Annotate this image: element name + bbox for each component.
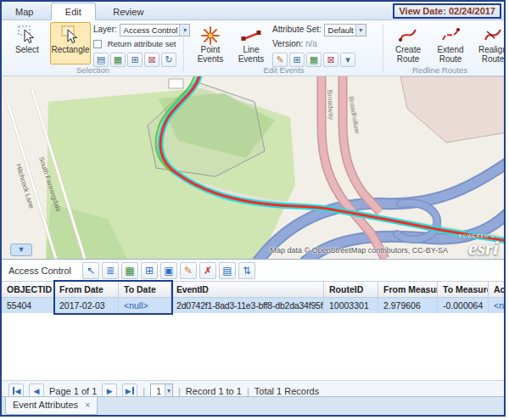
cell-from-measure: 2.979606 <box>378 298 438 313</box>
column-header-objectid[interactable]: OBJECTID <box>2 282 54 297</box>
create-route-icon <box>389 23 427 45</box>
extend-route-icon <box>432 23 469 45</box>
attribute-set-select[interactable]: Default ▾ <box>324 24 366 36</box>
realign-route-button[interactable]: Realign Route <box>473 22 506 64</box>
table-row[interactable]: 55404 2017-02-03 <null> 2d0742f1-8ad3-11… <box>2 298 504 313</box>
view-date-label: View Date: <box>399 6 445 16</box>
realign-route-label: Realign <box>474 45 506 54</box>
return-attribute-set-label: Return attribute set <box>108 39 176 48</box>
total-records: Total 1 Records <box>255 386 319 396</box>
point-events-icon <box>192 23 229 45</box>
edit-events-group: Point Events Line Events Attribute Set: <box>184 20 383 76</box>
line-events-label: Line <box>234 45 268 54</box>
point-events-button[interactable]: Point Events <box>191 22 230 64</box>
column-header-access[interactable]: Ac <box>489 282 506 297</box>
rectangle-select-label: Rectangle <box>51 45 90 54</box>
table-toolbar: Access Control ↖ ≣ ▦ ⊞ ▣ ✎ ✗ ▤ ⇅ <box>2 260 504 281</box>
map-attribution: Map data © OpenStreetMap contributors, C… <box>271 246 448 255</box>
layer-select[interactable]: Access Control ▾ <box>120 24 191 36</box>
column-header-to-date[interactable]: To Date <box>119 282 171 297</box>
point-events-label2: Events <box>192 54 229 64</box>
column-header-eventid[interactable]: EventID <box>171 282 324 297</box>
selection-group: Select Rectangle Layer: Access Control ▾ <box>2 20 184 76</box>
separator: | <box>178 386 181 396</box>
collapse-arrow-icon: ▼ <box>18 245 25 254</box>
select-records-icon[interactable]: ↖ <box>82 262 99 279</box>
rectangle-select-icon <box>51 23 90 45</box>
cell-from-date: 2017-02-03 <box>54 298 119 313</box>
redline-routes-group: Create Route Extend Route <box>383 20 506 76</box>
extend-route-label2: Route <box>432 54 469 64</box>
select-tool-button[interactable]: Select <box>7 22 48 64</box>
redline-routes-group-label: Redline Routes <box>383 65 506 75</box>
line-events-label2: Events <box>234 54 268 64</box>
column-header-from-measure[interactable]: From Measure <box>378 282 438 297</box>
extend-route-button[interactable]: Extend Route <box>431 22 470 64</box>
esri-wordmark: esri <box>468 237 499 259</box>
bottom-tab-bar: Event Attributes× <box>2 396 504 415</box>
version-value: n/a <box>305 39 317 48</box>
create-route-label2: Route <box>389 54 427 64</box>
delete-record-icon[interactable]: ✗ <box>199 262 216 279</box>
cell-eventid: 2d0742f1-8ad3-11e3-bff8-db2da34f95fe <box>171 298 324 313</box>
road-shield <box>169 79 183 88</box>
create-route-label: Create <box>389 45 427 54</box>
edit-events-group-label: Edit Events <box>184 65 383 75</box>
ribbon: Select Rectangle Layer: Access Control ▾ <box>2 20 504 76</box>
column-header-from-date[interactable]: From Date <box>54 282 119 297</box>
chevron-down-icon: ▾ <box>355 25 366 36</box>
select-tool-label: Select <box>8 45 47 54</box>
cell-objectid: 55404 <box>2 298 54 313</box>
esri-logo: POWERED BY esri <box>459 233 499 258</box>
attribute-table-panel: Access Control ↖ ≣ ▦ ⊞ ▣ ✎ ✗ ▤ ⇅ OBJECTI… <box>2 259 504 400</box>
attribute-list-icon[interactable]: ≣ <box>102 262 119 279</box>
event-attributes-label: Event Attributes <box>13 400 78 410</box>
selection-group-label: Selection <box>2 65 184 75</box>
ribbon-tab-bar: Map Edit Review View Date: 02/24/2017 <box>2 2 504 20</box>
close-icon[interactable]: × <box>85 400 90 410</box>
version-label: Version: <box>272 39 303 48</box>
map-container: Hitchcock Lane South Farmingdale Broadwa… <box>2 76 504 259</box>
separator: | <box>247 386 249 396</box>
line-events-button[interactable]: Line Events <box>233 22 269 64</box>
rectangle-select-button[interactable]: Rectangle <box>50 22 91 64</box>
column-header-to-measure[interactable]: To Measure <box>438 282 489 297</box>
cell-routeid: 10003301 <box>324 298 378 313</box>
separator: | <box>143 386 145 396</box>
tab-map[interactable]: Map <box>2 3 47 21</box>
tab-event-attributes[interactable]: Event Attributes× <box>5 397 98 415</box>
event-editor-app: Map Edit Review View Date: 02/24/2017 Se… <box>0 0 506 417</box>
table-header-row: OBJECTID From Date To Date EventID Route… <box>2 281 504 298</box>
tab-review[interactable]: Review <box>99 3 157 21</box>
related-records-icon[interactable]: ▤ <box>219 262 236 279</box>
return-attribute-set-checkbox[interactable] <box>93 40 102 48</box>
edit-record-icon[interactable]: ✎ <box>180 262 197 279</box>
line-events-icon <box>234 23 268 45</box>
sort-records-icon[interactable]: ⇅ <box>238 262 255 279</box>
save-edits-icon[interactable]: ▣ <box>160 262 177 279</box>
realign-route-icon <box>474 23 506 45</box>
cell-to-measure: -0.000064 <box>438 298 489 313</box>
panel-collapse-button[interactable]: ▼ <box>10 244 32 256</box>
extend-route-label: Extend <box>432 45 469 54</box>
street-label-broadway: Broadway <box>326 90 335 120</box>
layer-title: Access Control <box>8 266 71 276</box>
open-table-icon[interactable]: ⊞ <box>141 262 158 279</box>
view-date-indicator[interactable]: View Date: 02/24/2017 <box>393 3 501 19</box>
layer-label: Layer: <box>93 25 117 34</box>
chevron-down-icon: ▾ <box>165 384 172 397</box>
attribute-set-label: Attribute Set: <box>272 25 322 34</box>
select-cursor-icon <box>8 23 47 45</box>
cell-access: <null> <box>489 298 506 313</box>
cell-to-date: <null> <box>119 298 171 313</box>
point-events-label: Point <box>192 45 229 54</box>
page-indicator: Page 1 of 1 <box>49 386 97 396</box>
grid-view-icon[interactable]: ▦ <box>121 262 138 279</box>
tab-edit[interactable]: Edit <box>51 3 96 20</box>
realign-route-label2: Route <box>474 54 506 64</box>
create-route-button[interactable]: Create Route <box>389 22 428 64</box>
column-header-routeid[interactable]: RouteID <box>324 282 378 297</box>
map-canvas[interactable]: Hitchcock Lane South Farmingdale Broadwa… <box>2 76 504 259</box>
view-date-value: 02/24/2017 <box>449 6 495 16</box>
record-range: Record 1 to 1 <box>186 386 242 396</box>
